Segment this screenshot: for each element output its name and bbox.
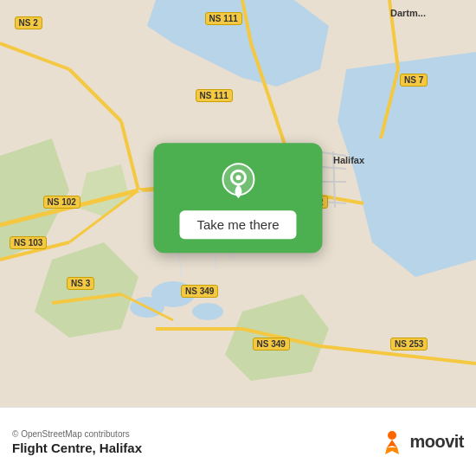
place-dartmouth: Dartm... [390,8,426,18]
road-label-ns7: NS 7 [400,74,428,87]
svg-point-4 [192,303,223,320]
location-card: Take me there [153,143,322,253]
place-halifax: Halifax [333,155,364,165]
location-pin-icon [217,160,259,202]
svg-point-43 [235,175,241,180]
road-label-ns349-2: NS 349 [253,338,290,351]
road-label-ns349-1: NS 349 [181,285,218,298]
location-title: Flight Centre, Halifax [12,441,142,455]
moovit-logo: moovit [378,428,464,456]
take-me-there-button[interactable]: Take me there [179,210,296,239]
footer: © OpenStreetMap contributors Flight Cent… [0,407,476,476]
road-label-ns111-top: NS 111 [205,12,242,25]
moovit-text: moovit [409,432,464,452]
road-label-ns103: NS 103 [10,236,47,249]
map-container: NS 2 NS 111 NS 111 NS 7 NS 102 102 NS 10… [0,0,476,407]
svg-point-44 [388,431,396,440]
road-label-ns3: NS 3 [67,277,94,290]
footer-left: © OpenStreetMap contributors Flight Cent… [12,429,142,455]
moovit-icon [378,428,406,456]
road-label-ns2: NS 2 [15,16,42,29]
road-label-ns111: NS 111 [196,89,233,102]
road-label-ns102: NS 102 [43,196,80,209]
attribution: © OpenStreetMap contributors [12,429,142,439]
road-label-ns253: NS 253 [390,338,428,351]
